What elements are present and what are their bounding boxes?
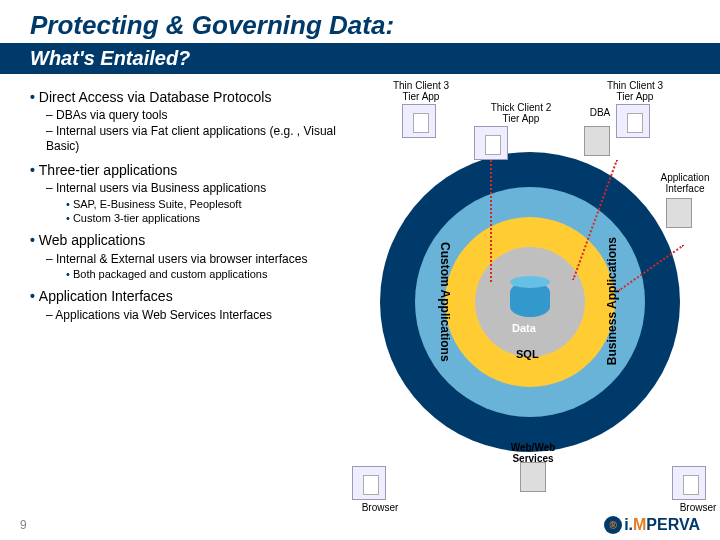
sql-label: SQL — [516, 348, 539, 360]
app-interface-label: Application Interface — [650, 172, 720, 194]
bullet-3: Web applications — [30, 231, 350, 249]
slide-subtitle: What's Entailed? — [0, 43, 720, 74]
browser-left-label: Browser — [350, 502, 410, 513]
data-label: Data — [512, 322, 536, 334]
web-server-icon — [520, 462, 546, 492]
bullet-2a1: SAP, E-Business Suite, Peoplesoft — [66, 197, 350, 211]
thin-client-right-label: Thin Client 3 Tier App — [600, 80, 670, 102]
bullet-4a: Applications via Web Services Interfaces — [46, 308, 350, 324]
conn-thick-client — [490, 160, 492, 282]
bullet-1: Direct Access via Database Protocols — [30, 88, 350, 106]
business-apps-label: Business Applications — [605, 237, 619, 365]
dba-server-icon — [584, 126, 610, 156]
custom-apps-label: Custom Applications — [438, 242, 452, 362]
thick-client-icon — [474, 126, 508, 160]
web-services-label: Web/Web Services — [498, 442, 568, 464]
page-number: 9 — [20, 518, 27, 532]
bullet-1a: DBAs via query tools — [46, 108, 350, 124]
bullet-3a: Internal & External users via browser in… — [46, 252, 350, 268]
thin-client-left-icon — [402, 104, 436, 138]
dba-label: DBA — [580, 107, 620, 118]
bullet-4: Application Interfaces — [30, 287, 350, 305]
architecture-diagram: Data SQL Custom Applications Business Ap… — [350, 82, 710, 502]
bullet-3a1: Both packaged and custom applications — [66, 267, 350, 281]
database-icon — [510, 282, 550, 317]
thick-client-label: Thick Client 2 Tier App — [486, 102, 556, 124]
app-interface-server-icon — [666, 198, 692, 228]
slide-title: Protecting & Governing Data: — [30, 10, 690, 41]
thin-client-right-icon — [616, 104, 650, 138]
imperva-logo: ® i.MPERVA — [604, 516, 700, 534]
bullet-2: Three-tier applications — [30, 161, 350, 179]
browser-right-label: Browser — [668, 502, 720, 513]
browser-left-icon — [352, 466, 386, 500]
logo-badge-icon: ® — [604, 516, 622, 534]
bullet-1b: Internal users via Fat client applicatio… — [46, 124, 350, 155]
bullet-list: Direct Access via Database Protocols DBA… — [30, 82, 350, 502]
bullet-2a: Internal users via Business applications — [46, 181, 350, 197]
browser-right-icon — [672, 466, 706, 500]
thin-client-left-label: Thin Client 3 Tier App — [386, 80, 456, 102]
bullet-2a2: Custom 3-tier applications — [66, 211, 350, 225]
